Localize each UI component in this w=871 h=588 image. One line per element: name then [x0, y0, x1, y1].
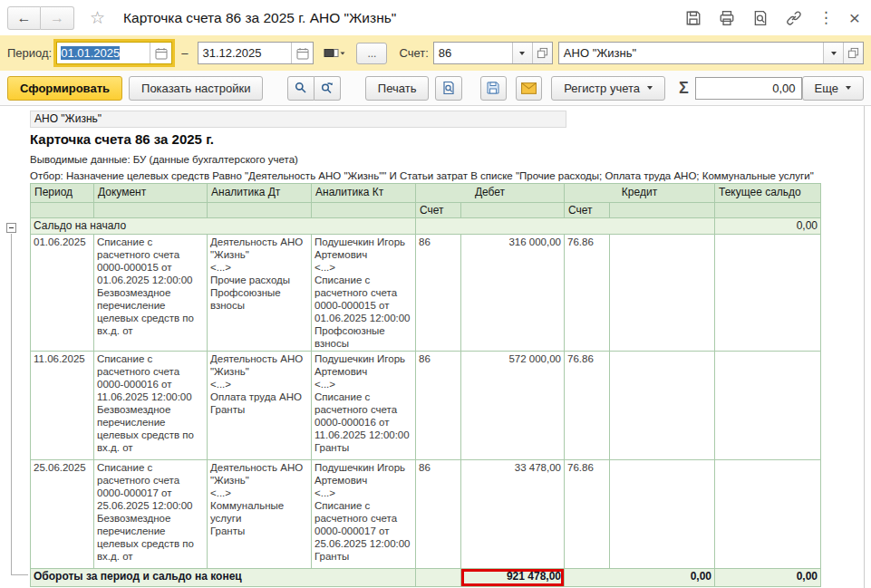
back-button[interactable]: ←: [7, 6, 41, 30]
save-file-button[interactable]: [480, 76, 507, 101]
sum-field[interactable]: 0,00: [695, 77, 802, 100]
col-credit[interactable]: Кредит: [565, 184, 715, 203]
cell-debit-amount[interactable]: 572 000,00: [461, 352, 565, 460]
col-credit-account[interactable]: Счет: [565, 203, 610, 218]
account-dropdown-button[interactable]: [512, 43, 532, 63]
cell-analytics-kt[interactable]: Подушечкин Игорь Артемович <...> Списани…: [312, 460, 416, 569]
more-button[interactable]: Еще: [802, 76, 864, 101]
debit-total-highlight[interactable]: 921 478,00: [461, 569, 565, 587]
back-arrow-icon: ←: [17, 10, 32, 26]
cell-debit-account[interactable]: 86: [416, 352, 461, 460]
report-title[interactable]: Карточка счета 86 за 2025 г.: [30, 131, 214, 147]
email-icon: [521, 82, 537, 94]
cell-balance[interactable]: [715, 460, 821, 569]
send-email-button[interactable]: [516, 76, 542, 101]
cell-period[interactable]: 01.06.2025: [31, 235, 94, 352]
col-document[interactable]: Документ: [94, 184, 208, 203]
history-nav: ← →: [7, 6, 74, 30]
register-button[interactable]: Регистр учета: [551, 76, 665, 101]
cell-debit-account[interactable]: 86: [416, 460, 461, 569]
report-right-edge: [864, 106, 865, 588]
collapse-group-icon[interactable]: [6, 223, 16, 233]
cell-debit-amount[interactable]: 316 000,00: [461, 235, 565, 352]
cell-credit-amount[interactable]: [610, 352, 715, 460]
show-settings-button[interactable]: Показать настройки: [129, 76, 263, 101]
balance-total[interactable]: 0,00: [715, 569, 821, 587]
col-period[interactable]: Период: [31, 184, 94, 203]
credit-total[interactable]: 0,00: [565, 569, 715, 587]
search-button[interactable]: [287, 76, 314, 101]
account-field[interactable]: 86: [433, 42, 553, 64]
preview-button[interactable]: [435, 76, 461, 101]
forward-button[interactable]: →: [41, 6, 74, 30]
cell-analytics-dt[interactable]: Деятельность АНО "Жизнь" <...> Оплата тр…: [208, 352, 312, 460]
calendar-icon: [155, 47, 168, 60]
col-analytics-dt[interactable]: Аналитика Дт: [208, 184, 312, 203]
link-icon[interactable]: [785, 9, 803, 27]
account-card-table: Период Документ Аналитика Дт Аналитика К…: [30, 183, 821, 587]
page-title: Карточка счета 86 за 2025 г. АНО "Жизнь": [123, 10, 396, 26]
col-analytics-kt[interactable]: Аналитика Кт: [312, 184, 416, 203]
totals-label[interactable]: Обороты за период и сальдо на конец: [31, 569, 416, 587]
chevron-down-icon: [846, 86, 851, 90]
date-to-field[interactable]: 31.12.2025: [198, 42, 314, 64]
col-debit-account[interactable]: Счет: [416, 203, 461, 218]
col-debit[interactable]: Дебет: [416, 184, 565, 203]
cell-balance[interactable]: [715, 235, 821, 352]
opening-balance-label[interactable]: Сальдо на начало: [31, 218, 416, 235]
cell-analytics-dt[interactable]: Деятельность АНО "Жизнь" <...> Прочие ра…: [208, 235, 312, 352]
cell-analytics-kt[interactable]: Подушечкин Игорь Артемович <...> Списани…: [312, 235, 416, 352]
more-menu-icon[interactable]: ⋮: [818, 10, 834, 25]
date-to-value: 31.12.2025: [202, 46, 261, 60]
open-icon: [537, 47, 548, 59]
sum-value: 0,00: [772, 82, 795, 95]
favorites-star-icon[interactable]: ☆: [90, 9, 105, 26]
report-data-note[interactable]: Выводимые данные: БУ (данные бухгалтерск…: [30, 154, 298, 165]
cell-period[interactable]: 11.06.2025: [31, 352, 94, 460]
cell-debit-account[interactable]: 86: [416, 235, 461, 352]
cell-document[interactable]: Списание с расчетного счета 0000-000016 …: [94, 352, 208, 460]
cell-debit-amount[interactable]: 33 478,00: [461, 460, 565, 569]
organization-open-button[interactable]: [843, 43, 863, 63]
cell-analytics-dt[interactable]: Деятельность АНО "Жизнь" <...> Коммуналь…: [208, 460, 312, 569]
report-filter-note[interactable]: Отбор: Назначение целевых средств Равно …: [30, 170, 814, 181]
print-icon[interactable]: [718, 9, 736, 27]
date-from-field[interactable]: 01.01.2025: [56, 42, 172, 64]
cell-credit-amount[interactable]: [610, 460, 715, 569]
cell-credit-account[interactable]: 76.86: [565, 460, 610, 569]
account-open-button[interactable]: [532, 43, 552, 63]
search-next-icon: [320, 81, 334, 95]
date-from-value: 01.01.2025: [61, 46, 120, 60]
save-file-icon: [486, 81, 500, 95]
table-row: 11.06.2025 Списание с расчетного счета 0…: [31, 352, 821, 460]
cell-document[interactable]: Списание с расчетного счета 0000-000015 …: [94, 235, 208, 352]
cell-document[interactable]: Списание с расчетного счета 0000-000017 …: [94, 460, 208, 569]
period-picker-icon: [324, 47, 345, 59]
organization-field[interactable]: АНО "Жизнь": [558, 42, 864, 64]
search-next-button[interactable]: [315, 76, 341, 101]
generate-button[interactable]: Сформировать: [7, 76, 122, 101]
organization-dropdown-button[interactable]: [823, 43, 843, 63]
period-picker-button[interactable]: [324, 47, 345, 59]
dates-list-button[interactable]: ...: [356, 43, 387, 64]
organization-cell[interactable]: АНО "Жизнь": [30, 111, 566, 128]
col-balance[interactable]: Текущее сальдо: [715, 184, 821, 203]
opening-balance-value[interactable]: 0,00: [715, 218, 821, 235]
cell-balance[interactable]: [715, 352, 821, 460]
cell-period[interactable]: 25.06.2025: [31, 460, 94, 569]
cell-credit-account[interactable]: 76.86: [565, 352, 610, 460]
cell-analytics-kt[interactable]: Подушечкин Игорь Артемович <...> Списани…: [312, 352, 416, 460]
cell-credit-amount[interactable]: [610, 235, 715, 352]
search-icon: [294, 81, 308, 95]
print-button[interactable]: Печать: [365, 76, 430, 101]
date-from-calendar-button[interactable]: [150, 43, 171, 63]
close-icon[interactable]: ×: [849, 8, 860, 27]
table-row: 01.06.2025 Списание с расчетного счета 0…: [31, 235, 821, 352]
cell-credit-account[interactable]: 76.86: [565, 235, 610, 352]
account-value: 86: [434, 43, 512, 63]
period-label: Период:: [7, 46, 52, 60]
print-preview-icon[interactable]: [751, 9, 769, 27]
date-to-calendar-button[interactable]: [291, 43, 313, 63]
table-row: 25.06.2025 Списание с расчетного счета 0…: [31, 460, 821, 569]
save-icon[interactable]: [684, 9, 702, 27]
